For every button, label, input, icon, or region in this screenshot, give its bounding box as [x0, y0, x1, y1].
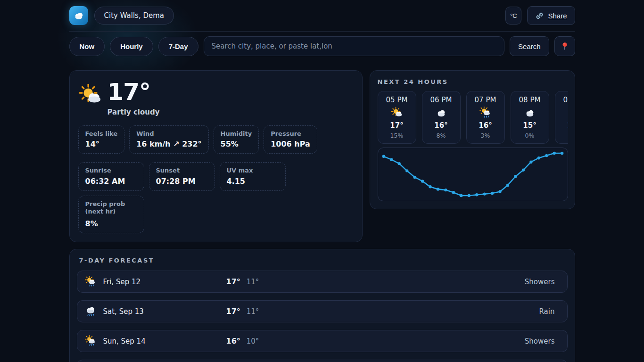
tab-7day[interactable]: 7-Day [158, 37, 198, 56]
search-button-label: Search [518, 42, 541, 50]
hourly-strip[interactable]: 05 PM 17° 15% 06 PM 16° 8% 07 PM [378, 91, 568, 144]
tab-now[interactable]: Now [69, 37, 105, 56]
stat-wind: Wind 16 km/h ↗ 232° [129, 125, 208, 154]
day-condition: Showers [525, 278, 555, 286]
forecast-row-mon[interactable]: Mon, Sep 15 17° 13° Showers [77, 360, 568, 362]
hour-card-05pm[interactable]: 05 PM 17° 15% [378, 91, 416, 144]
day-left: Sun, Sep 14 [85, 335, 226, 347]
search-button[interactable]: Search [510, 36, 549, 56]
stat-label: UV max [227, 167, 279, 174]
top-bar: City Walls, Dema °C Share [69, 0, 575, 32]
seven-day-forecast-card: 7-DAY FORECAST Fri, Sep 12 17° 11° Showe… [69, 249, 575, 362]
rain-cloud-icon [85, 305, 97, 317]
day-rows: Fri, Sep 12 17° 11° Showers Sat, Sep 13 … [77, 271, 568, 362]
day-left: Fri, Sep 12 [85, 276, 226, 288]
sun-behind-rain-cloud-icon [479, 107, 492, 119]
current-head: 17° Partly cloudy [78, 80, 353, 116]
current-stats-row-1: Feels like 14° Wind 16 km/h ↗ 232° Humid… [78, 125, 353, 154]
hour-time: 08 PM [519, 96, 541, 104]
current-stats-row-2: Sunrise 06:32 AM Sunset 07:28 PM UV max … [78, 162, 353, 233]
day-low: 10° [247, 337, 259, 346]
hour-card-09pm[interactable]: 09 PM 15° 0% [555, 91, 568, 144]
stat-value: 06:32 AM [85, 177, 137, 186]
seven-day-forecast-title: 7-DAY FORECAST [79, 257, 568, 264]
app-logo [69, 6, 88, 25]
day-name: Sat, Sep 13 [103, 307, 144, 316]
top-bar-right: °C Share [505, 6, 575, 25]
main-grid: 17° Partly cloudy Feels like 14° Wind 16… [69, 70, 575, 242]
forecast-row-fri[interactable]: Fri, Sep 12 17° 11° Showers [77, 271, 568, 293]
hour-temp: 17° [390, 121, 403, 130]
hour-time: 07 PM [475, 96, 496, 104]
day-condition: Rain [539, 307, 555, 316]
stat-pressure: Pressure 1006 hPa [264, 125, 317, 154]
stat-sunrise: Sunrise 06:32 AM [78, 162, 144, 190]
current-conditions-card: 17° Partly cloudy Feels like 14° Wind 16… [69, 70, 363, 242]
day-high: 17° [226, 277, 240, 286]
hour-temp: 16° [479, 121, 492, 130]
stat-label: Sunrise [85, 167, 137, 174]
cloud-icon [73, 9, 85, 22]
current-temperature: 17° [107, 80, 160, 104]
day-condition: Showers [525, 337, 555, 346]
hour-precip: 8% [437, 132, 446, 139]
day-low: 11° [247, 307, 259, 316]
day-temps: 17° 11° [226, 307, 259, 316]
hour-card-08pm[interactable]: 08 PM 15° 0% [511, 91, 549, 144]
day-temps: 17° 11° [226, 277, 259, 286]
cloud-icon [524, 107, 536, 119]
forecast-row-sat[interactable]: Sat, Sep 13 17° 11° Rain [77, 300, 568, 322]
location-chip[interactable]: City Walls, Dema [94, 7, 174, 25]
stat-label: Precip prob (next hr) [85, 200, 137, 216]
day-high: 16° [226, 337, 240, 346]
pushpin-icon [560, 41, 570, 51]
share-button[interactable]: Share [527, 6, 575, 25]
hour-temp: 16° [434, 121, 447, 130]
day-low: 11° [247, 278, 259, 286]
day-temps: 16° 10° [226, 337, 259, 346]
share-label: Share [548, 12, 567, 20]
temperature-trend-chart [378, 148, 568, 201]
nav-row: Now Hourly 7-Day Search [69, 36, 575, 56]
stat-label: Humidity [221, 130, 252, 138]
unit-toggle-button[interactable]: °C [505, 7, 521, 25]
location-label: City Walls, Dema [104, 11, 165, 20]
forecast-row-sun[interactable]: Sun, Sep 14 16° 10° Showers [77, 330, 568, 352]
stat-value: 4.15 [227, 177, 279, 186]
stat-label: Pressure [271, 130, 310, 138]
sun-behind-rain-cloud-icon [85, 335, 97, 347]
current-temp-block: 17° Partly cloudy [107, 80, 160, 116]
stat-value: 07:28 PM [156, 177, 208, 186]
stat-feels-like: Feels like 14° [78, 125, 125, 154]
cloud-icon [435, 107, 447, 119]
next-24-hours-title: NEXT 24 HOURS [378, 78, 568, 85]
geolocate-button[interactable] [554, 36, 575, 56]
hour-time: 06 PM [430, 96, 452, 104]
sun-behind-cloud-icon [391, 107, 403, 119]
hour-card-06pm[interactable]: 06 PM 16° 8% [422, 91, 461, 144]
hour-precip: 15% [390, 132, 404, 139]
day-name: Fri, Sep 12 [103, 278, 141, 286]
stat-value: 1006 hPa [271, 140, 310, 148]
stat-value: 8% [85, 219, 137, 228]
sun-behind-cloud-icon [78, 83, 103, 107]
tab-hourly[interactable]: Hourly [110, 37, 153, 56]
stat-value: 55% [221, 140, 252, 148]
stat-sunset: Sunset 07:28 PM [149, 162, 215, 190]
stat-label: Sunset [156, 167, 208, 174]
unit-label: °C [510, 12, 517, 19]
hour-temp: 15° [523, 121, 536, 130]
day-left: Sat, Sep 13 [85, 305, 226, 317]
hour-precip: 3% [481, 132, 490, 139]
tab-now-label: Now [80, 42, 95, 50]
search-input[interactable] [204, 36, 504, 56]
page-container: City Walls, Dema °C Share Now [69, 0, 575, 362]
stat-value: 16 km/h ↗ 232° [136, 140, 201, 148]
hour-card-07pm[interactable]: 07 PM 16° 3% [466, 91, 505, 144]
hour-temp: 15° [567, 121, 568, 130]
tab-7day-label: 7-Day [169, 42, 188, 50]
tab-hourly-label: Hourly [120, 42, 143, 50]
hour-time: 05 PM [386, 96, 408, 104]
link-icon [535, 11, 544, 20]
stat-uv-max: UV max 4.15 [220, 162, 286, 190]
